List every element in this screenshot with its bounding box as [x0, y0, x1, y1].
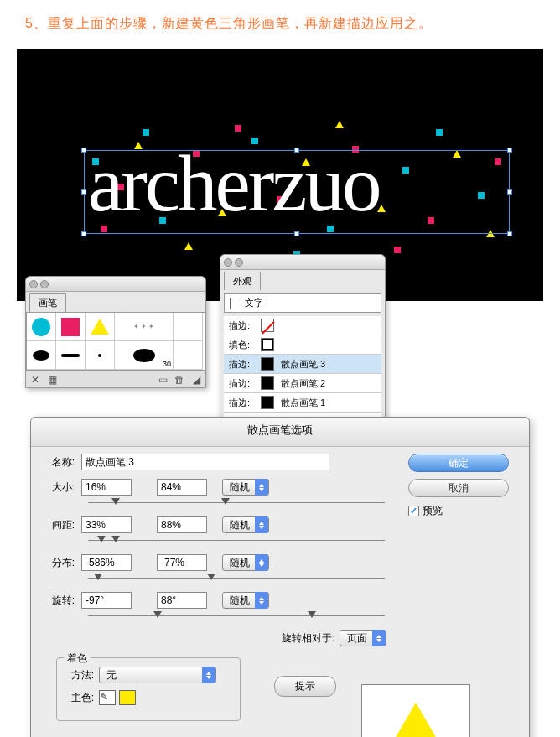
artwork-text: archerzuo [88, 138, 379, 230]
keycolor-label: 主色: [65, 691, 99, 705]
preview-checkbox[interactable]: ✓ [408, 506, 419, 516]
hollow-swatch-icon [261, 338, 274, 351]
size-mode-dropdown[interactable]: 随机 [222, 479, 269, 496]
cancel-button[interactable]: 取消 [408, 479, 509, 497]
rotation-mode-dropdown[interactable]: 随机 [222, 592, 269, 609]
resize-icon[interactable]: ◢ [190, 374, 202, 386]
sel-handle[interactable] [81, 231, 86, 236]
minimize-icon[interactable] [40, 280, 49, 288]
appearance-object: 文字 [224, 293, 381, 313]
brush-grid: ✦ ✦ ✦ 30 [26, 312, 205, 371]
rotation-max-input[interactable] [157, 592, 207, 609]
sel-handle[interactable] [507, 148, 512, 153]
yellow-triangle-icon [374, 703, 458, 737]
brush-tab[interactable]: 画笔 [29, 293, 66, 312]
spacing-max-input[interactable] [157, 516, 207, 533]
none-swatch-icon [261, 319, 274, 332]
remove-brush-icon[interactable]: ✕ [29, 374, 41, 386]
spacing-min-input[interactable] [81, 516, 132, 533]
sel-handle[interactable] [81, 148, 86, 153]
name-label: 名称: [39, 455, 81, 470]
rotation-label: 旋转: [39, 594, 81, 608]
sel-handle[interactable] [294, 231, 299, 236]
method-label: 方法: [65, 668, 99, 683]
black-swatch-icon [261, 357, 274, 371]
brush-swatch-cyan[interactable] [27, 313, 56, 341]
brush-stroke-2[interactable] [56, 341, 86, 370]
spacing-label: 间距: [39, 518, 81, 532]
scatter-mode-dropdown[interactable]: 随机 [222, 554, 269, 571]
brush-confetti[interactable]: ✦ ✦ ✦ [115, 313, 174, 341]
rotate-rel-label: 旋转相对于: [282, 631, 334, 646]
scatter-slider[interactable] [88, 575, 385, 582]
rotation-min-input[interactable] [81, 592, 132, 609]
eyedropper-icon[interactable]: ✎ [99, 690, 116, 705]
scatter-min-input[interactable] [81, 554, 132, 571]
preview-label: 预览 [423, 504, 443, 518]
brush-stroke-3[interactable] [86, 341, 115, 370]
appearance-row-stroke[interactable]: 描边: [224, 316, 381, 335]
brush-empty[interactable] [174, 341, 203, 370]
new-brush-icon[interactable]: ▭ [157, 374, 169, 386]
spacing-slider[interactable] [88, 537, 385, 544]
minimize-icon[interactable] [235, 258, 243, 267]
appearance-row-stroke-1[interactable]: 描边: 散点画笔 1 [224, 393, 381, 413]
dialog-title: 散点画笔选项 [31, 418, 529, 447]
brush-stroke-30[interactable]: 30 [115, 341, 174, 370]
appearance-tab[interactable]: 外观 [224, 272, 261, 290]
appearance-row-stroke-2[interactable]: 描边: 散点画笔 2 [224, 374, 381, 393]
tint-group-label: 着色 [64, 651, 91, 666]
spacing-mode-dropdown[interactable]: 随机 [222, 516, 269, 533]
appearance-row-stroke-3[interactable]: 描边: 散点画笔 3 [224, 355, 381, 374]
brush-options-icon[interactable]: ▦ [46, 374, 58, 386]
close-icon[interactable] [29, 280, 38, 288]
panel-titlebar[interactable] [220, 255, 385, 270]
brush-stroke-1[interactable] [27, 341, 56, 370]
brush-overflow[interactable] [174, 313, 203, 341]
scatter-max-input[interactable] [157, 554, 207, 571]
hint-button[interactable]: 提示 [274, 676, 336, 697]
close-icon[interactable] [224, 258, 232, 267]
sel-handle[interactable] [507, 189, 512, 195]
step-instruction: 5、重复上面的步骤，新建黄色三角形画笔，再新建描边应用之。 [0, 0, 560, 49]
tint-group: 着色 方法: 无 主色: ✎ [56, 657, 241, 721]
black-swatch-icon [261, 396, 274, 409]
scatter-label: 分布: [39, 556, 81, 570]
brush-preview [361, 684, 470, 737]
brush-swatch-yellow-triangle[interactable] [86, 313, 115, 341]
size-slider[interactable] [88, 500, 385, 506]
rotate-rel-dropdown[interactable]: 页面 [340, 630, 386, 646]
method-dropdown[interactable]: 无 [99, 667, 216, 683]
appearance-row-fill[interactable]: 填色: [224, 335, 381, 355]
size-label: 大小: [39, 480, 81, 495]
rotation-slider[interactable] [88, 613, 385, 620]
size-min-input[interactable] [81, 479, 132, 496]
black-swatch-icon [261, 376, 274, 390]
keycolor-swatch[interactable] [119, 690, 136, 705]
ok-button[interactable]: 确定 [408, 454, 509, 472]
delete-brush-icon[interactable]: 🗑 [174, 374, 185, 386]
panel-titlebar[interactable] [26, 277, 205, 292]
brush-panel[interactable]: 画笔 ✦ ✦ ✦ 30 ✕ ▦ ▭ 🗑 ◢ [25, 276, 206, 388]
size-max-input[interactable] [157, 479, 207, 496]
scatter-brush-options-dialog: 散点画笔选项 名称: 大小: 随机 间距: 随机 [30, 417, 530, 737]
brush-footer: ✕ ▦ ▭ 🗑 ◢ [26, 371, 205, 387]
brush-swatch-magenta[interactable] [56, 313, 86, 341]
sel-handle[interactable] [81, 189, 86, 195]
name-input[interactable] [81, 454, 329, 470]
sel-handle[interactable] [507, 231, 512, 236]
